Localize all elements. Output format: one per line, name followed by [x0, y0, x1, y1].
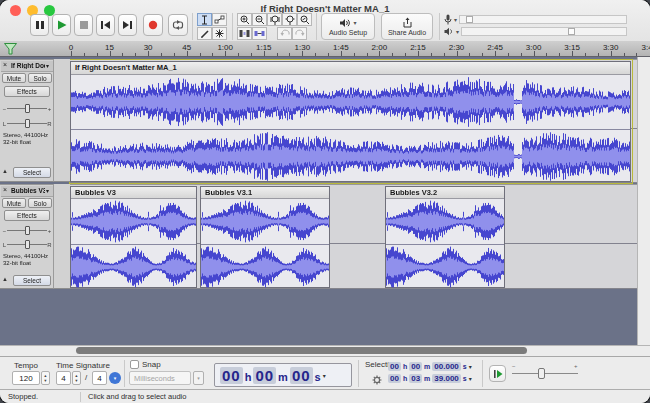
effects-button[interactable]: Effects: [4, 210, 50, 221]
snap-mode-select[interactable]: Milliseconds: [129, 371, 191, 385]
track-2-header[interactable]: × Bubbles V3 ▾: [1, 186, 53, 197]
toolbar-separator: [482, 360, 483, 387]
playback-speed-slider-track[interactable]: [512, 373, 578, 374]
time-digit-group: 00: [388, 362, 401, 371]
snap-mode-caret[interactable]: ▾: [193, 371, 204, 385]
vertical-scrollbar[interactable]: [637, 57, 650, 345]
time-unit: m: [424, 363, 430, 370]
time-digit-group: 00: [253, 367, 276, 384]
clip-title[interactable]: Bubbles V3: [71, 187, 196, 199]
time-digit-group: 00: [388, 374, 401, 383]
toolbar-separator: [358, 360, 359, 387]
waveform-canvas[interactable]: [71, 75, 630, 129]
solo-button[interactable]: Solo: [28, 198, 52, 208]
waveform-canvas[interactable]: [71, 129, 630, 183]
track-1-vertical-ruler: [54, 59, 70, 182]
waveform-canvas[interactable]: [386, 244, 504, 289]
status-bar: Stopped. Click and drag to select audio: [0, 389, 650, 403]
clip[interactable]: If Right Doesn't Matter MA_1: [70, 61, 631, 182]
status-hint: Click and drag to select audio: [88, 392, 186, 401]
time-unit: s: [463, 363, 467, 370]
horizontal-scrollbar-thumb[interactable]: [76, 347, 527, 354]
waveform-canvas[interactable]: [201, 199, 329, 244]
tracks: 1.00.50.0-0.5-1.01.00.50.0-0.5-1.0If Rig…: [0, 0, 650, 345]
mute-button[interactable]: Mute: [2, 198, 26, 208]
track-area[interactable]: 1.00.50.0-0.5-1.01.00.50.0-0.5-1.0If Rig…: [0, 57, 650, 345]
time-unit: h: [403, 375, 407, 382]
tempo-label: Tempo: [14, 361, 38, 370]
track-menu-caret-icon[interactable]: ▾: [46, 62, 49, 69]
selection-start-field[interactable]: 00h00m00.000s▾: [388, 362, 472, 371]
toolbar-separator: [124, 360, 125, 387]
clip[interactable]: Bubbles V3.2: [385, 186, 505, 288]
plus-icon: +: [47, 228, 52, 234]
snap-label: Snap: [142, 360, 161, 369]
clip-title[interactable]: Bubbles V3.2: [386, 187, 504, 199]
status-separator: [80, 392, 81, 402]
plus-icon: +: [47, 106, 52, 112]
selection-settings-gear-icon[interactable]: [372, 375, 382, 385]
track-1-name[interactable]: If Right Doesn: [11, 62, 45, 69]
pan-slider[interactable]: LR: [2, 240, 52, 249]
slider-max-tick: +: [574, 363, 578, 369]
time-signature-label: Time Signature: [56, 361, 110, 370]
close-track-icon[interactable]: ×: [3, 186, 7, 193]
audio-position-display[interactable]: 00h00m00s▾: [214, 363, 352, 387]
caret-down-icon[interactable]: ▾: [323, 372, 326, 379]
track-1-info: Stereo, 44100Hz32-bit float: [3, 132, 48, 146]
collapse-track-icon[interactable]: ▲: [2, 168, 8, 174]
snap-checkbox[interactable]: [130, 360, 139, 369]
time-digit-group: 00: [220, 367, 243, 384]
time-digit-group: 39.000: [432, 374, 460, 383]
time-digit-group: 00: [290, 367, 313, 384]
clip[interactable]: Bubbles V3: [70, 186, 197, 288]
track-1-header[interactable]: × If Right Doesn ▾: [1, 61, 53, 72]
track-menu-caret-icon[interactable]: ▾: [46, 187, 49, 194]
clip-title[interactable]: Bubbles V3.1: [201, 187, 329, 199]
caret-down-icon: ▾: [114, 375, 117, 381]
track-2-control-panel: × Bubbles V3 ▾ Mute Solo Effects −+ LR S…: [0, 184, 54, 289]
caret-down-icon[interactable]: ▾: [469, 363, 472, 370]
gain-slider[interactable]: −+: [2, 226, 52, 235]
play-at-speed-button[interactable]: [489, 365, 506, 382]
waveform-canvas[interactable]: [71, 244, 196, 289]
effects-button[interactable]: Effects: [4, 86, 50, 97]
track-2-vertical-ruler: [54, 184, 70, 289]
track-2-name[interactable]: Bubbles V3: [11, 187, 45, 194]
select-button[interactable]: Select: [13, 167, 51, 178]
time-digit-group: 03: [409, 374, 422, 383]
audio-position-value: 00h00m00s▾: [220, 367, 326, 384]
time-signature-lower[interactable]: 4: [92, 371, 107, 385]
play-at-speed-icon: [493, 369, 503, 379]
tempo-stepper[interactable]: ▴▾: [41, 371, 50, 385]
track-1-control-panel: × If Right Doesn ▾ Mute Solo Effects −+ …: [0, 59, 54, 182]
caret-down-icon: ▾: [197, 375, 200, 381]
mute-button[interactable]: Mute: [2, 73, 26, 83]
bottom-toolbar: Tempo 120 ▴▾ Time Signature 4 ▴▾ / 4 ▾ S…: [0, 356, 650, 389]
time-signature-stepper[interactable]: ▴▾: [72, 371, 81, 385]
pan-slider[interactable]: LR: [2, 119, 52, 128]
time-signature-dropdown[interactable]: ▾: [109, 372, 121, 384]
tempo-input[interactable]: 120: [12, 371, 40, 385]
selection-end-field[interactable]: 00h03m39.000s▾: [388, 374, 472, 383]
time-digit-group: 00: [409, 362, 422, 371]
caret-down-icon[interactable]: ▾: [469, 375, 472, 382]
time-unit: m: [424, 375, 430, 382]
clip-title[interactable]: If Right Doesn't Matter MA_1: [71, 62, 630, 75]
waveform-canvas[interactable]: [386, 199, 504, 244]
time-signature-upper[interactable]: 4: [56, 371, 71, 385]
gain-slider[interactable]: −+: [2, 104, 52, 113]
time-unit: s: [315, 371, 321, 383]
playback-speed-slider-thumb[interactable]: [538, 368, 545, 379]
close-track-icon[interactable]: ×: [3, 61, 7, 68]
time-unit: h: [403, 363, 407, 370]
playback-state: Stopped.: [8, 392, 38, 401]
select-button[interactable]: Select: [13, 275, 51, 286]
waveform-canvas[interactable]: [201, 244, 329, 289]
collapse-track-icon[interactable]: ▲: [2, 276, 8, 282]
track-2-info: Stereo, 44100Hz32-bit float: [3, 253, 48, 267]
solo-button[interactable]: Solo: [28, 73, 52, 83]
waveform-canvas[interactable]: [71, 199, 196, 244]
time-unit: h: [245, 371, 252, 383]
clip[interactable]: Bubbles V3.1: [200, 186, 330, 288]
